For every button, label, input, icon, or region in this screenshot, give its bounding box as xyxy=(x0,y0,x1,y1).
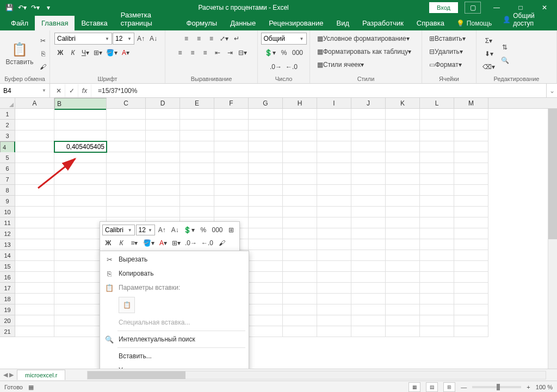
mini-font-select[interactable]: Calibri▼ xyxy=(102,225,135,235)
cell[interactable] xyxy=(454,315,488,326)
cell[interactable] xyxy=(214,120,249,130)
format-as-table-button[interactable]: ▦ Форматировать как таблицу ▾ xyxy=(314,46,414,58)
number-format-select[interactable]: Общий▼ xyxy=(261,33,307,45)
cell[interactable] xyxy=(420,196,454,207)
row-header[interactable]: 15 xyxy=(0,261,15,272)
cell[interactable] xyxy=(317,261,351,272)
cell[interactable] xyxy=(15,304,54,315)
cell[interactable] xyxy=(15,272,54,283)
tab-home[interactable]: Главная xyxy=(35,16,75,30)
cell[interactable] xyxy=(54,120,107,130)
mini-currency[interactable]: 💲▾ xyxy=(182,224,196,236)
cell[interactable] xyxy=(283,109,317,120)
align-top-button[interactable]: ≡ xyxy=(181,33,193,45)
expand-formula-bar[interactable]: ⌄ xyxy=(546,84,557,97)
column-header[interactable]: H xyxy=(283,98,317,108)
cell[interactable] xyxy=(283,250,317,261)
cell[interactable] xyxy=(249,120,283,130)
column-header[interactable]: E xyxy=(180,98,214,108)
mini-format-painter[interactable]: 🖌 xyxy=(216,237,228,249)
merge-button[interactable]: ⊟▾ xyxy=(237,47,249,59)
cell[interactable] xyxy=(54,304,107,315)
cell[interactable] xyxy=(54,294,107,304)
cut-button[interactable]: ✂ xyxy=(37,35,49,47)
cell[interactable] xyxy=(420,261,454,272)
cell[interactable] xyxy=(249,326,283,337)
view-page-break-button[interactable]: ⊞ xyxy=(443,382,455,392)
shrink-font-button[interactable]: A↓ xyxy=(147,33,159,45)
select-all-button[interactable] xyxy=(0,98,15,108)
scrollbar-thumb[interactable] xyxy=(88,371,185,379)
cell[interactable] xyxy=(54,250,107,261)
name-box[interactable]: B4▼ xyxy=(0,84,50,97)
sheet-nav[interactable]: ◀ ▶ xyxy=(0,371,17,378)
cell[interactable] xyxy=(386,109,420,120)
cell[interactable] xyxy=(420,130,454,141)
underline-button[interactable]: Ч▾ xyxy=(79,47,91,59)
row-header[interactable]: 1 xyxy=(0,109,15,120)
borders-button[interactable]: ⊞▾ xyxy=(92,47,104,59)
cell[interactable] xyxy=(420,304,454,315)
cell[interactable] xyxy=(351,228,386,239)
cell[interactable] xyxy=(351,272,386,283)
cell[interactable] xyxy=(386,130,420,141)
cell[interactable] xyxy=(15,326,54,337)
paste-button[interactable]: 📋 Вставить xyxy=(4,41,35,67)
vertical-scrollbar[interactable] xyxy=(548,109,557,369)
cell[interactable] xyxy=(146,174,180,185)
cell[interactable] xyxy=(249,315,283,326)
cell[interactable] xyxy=(249,141,283,152)
align-left-button[interactable]: ≡ xyxy=(174,47,186,59)
cell[interactable] xyxy=(317,228,351,239)
cell[interactable] xyxy=(420,239,454,250)
signin-button[interactable]: Вход xyxy=(429,2,458,13)
cell[interactable] xyxy=(351,109,386,120)
mini-percent[interactable]: % xyxy=(197,224,209,236)
cell[interactable] xyxy=(249,304,283,315)
cell[interactable] xyxy=(351,239,386,250)
cell[interactable] xyxy=(351,174,386,185)
mini-fill-color[interactable]: 🪣▾ xyxy=(141,237,156,249)
cell[interactable] xyxy=(249,109,283,120)
cell[interactable] xyxy=(107,174,146,185)
cell[interactable] xyxy=(180,207,214,217)
cell[interactable] xyxy=(15,130,54,141)
mini-dec-decimal[interactable]: ←.0 xyxy=(200,237,215,249)
mini-borders[interactable]: ⊞ xyxy=(225,224,237,236)
format-painter-button[interactable]: 🖌 xyxy=(37,61,49,73)
increase-indent-button[interactable]: ⇥ xyxy=(224,47,236,59)
bold-button[interactable]: Ж xyxy=(54,47,66,59)
cell[interactable] xyxy=(146,130,180,141)
cell[interactable] xyxy=(54,130,107,141)
tab-developer[interactable]: Разработчик xyxy=(356,16,410,30)
column-header[interactable]: I xyxy=(317,98,351,108)
cell[interactable] xyxy=(249,196,283,207)
cell[interactable] xyxy=(283,207,317,217)
cell[interactable] xyxy=(454,120,488,130)
cell[interactable] xyxy=(214,185,249,196)
cell[interactable] xyxy=(54,152,107,163)
enter-formula-button[interactable]: ✓ xyxy=(65,84,78,97)
cell[interactable] xyxy=(180,196,214,207)
cell[interactable] xyxy=(454,326,488,337)
cell[interactable] xyxy=(386,294,420,304)
cell[interactable] xyxy=(454,174,488,185)
cell[interactable] xyxy=(454,304,488,315)
cell[interactable] xyxy=(249,239,283,250)
cell[interactable] xyxy=(317,315,351,326)
cell[interactable] xyxy=(15,185,54,196)
cell[interactable] xyxy=(54,163,107,174)
cell[interactable] xyxy=(317,207,351,217)
cell[interactable] xyxy=(15,261,54,272)
align-right-button[interactable]: ≡ xyxy=(199,47,211,59)
font-color-button[interactable]: A▾ xyxy=(120,47,132,59)
cell[interactable] xyxy=(351,130,386,141)
mini-comma[interactable]: 000 xyxy=(211,224,224,236)
cell[interactable] xyxy=(107,109,146,120)
cell[interactable] xyxy=(249,283,283,294)
cell[interactable] xyxy=(54,315,107,326)
cell[interactable] xyxy=(15,109,54,120)
column-header[interactable]: L xyxy=(420,98,454,108)
tab-page-layout[interactable]: Разметка страницы xyxy=(114,8,180,30)
cell[interactable] xyxy=(317,120,351,130)
